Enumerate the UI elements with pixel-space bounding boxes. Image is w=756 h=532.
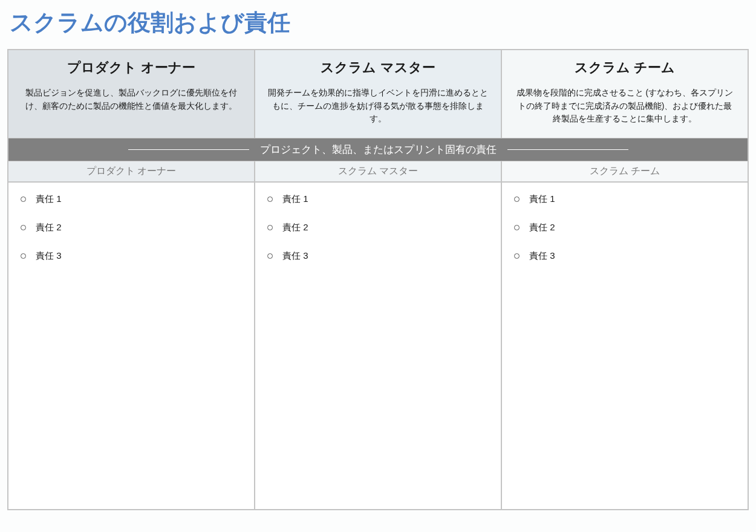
responsibilities-cell-scrum-team: 責任 1 責任 2 責任 3 — [501, 182, 748, 510]
list-item: 責任 3 — [21, 250, 242, 262]
responsibilities-list: 責任 1 責任 2 責任 3 — [267, 193, 489, 262]
responsibility-text: 責任 3 — [529, 250, 555, 262]
banner-line-right — [507, 149, 628, 150]
roles-table: プロダクト オーナー 製品ビジョンを促進し、製品バックログに優先順位を付け、顧客… — [7, 49, 749, 510]
bullet-icon — [267, 196, 273, 202]
list-item: 責任 2 — [514, 222, 735, 233]
responsibilities-banner: プロジェクト、製品、またはスプリント固有の責任 — [8, 138, 748, 161]
bullet-icon — [514, 225, 520, 230]
bullet-icon — [21, 196, 26, 202]
role-name-scrum-master: スクラム マスター — [267, 59, 489, 77]
role-name-scrum-team: スクラム チーム — [514, 59, 735, 77]
subheader-product-owner: プロダクト オーナー — [8, 161, 255, 182]
list-item: 責任 3 — [267, 250, 489, 262]
bullet-icon — [21, 253, 26, 259]
list-item: 責任 1 — [267, 193, 489, 205]
list-item: 責任 1 — [21, 193, 242, 205]
responsibilities-list: 責任 1 責任 2 責任 3 — [514, 193, 735, 262]
responsibilities-body-row: 責任 1 責任 2 責任 3 責任 1 責任 2 責任 3 責任 1 責任 2 … — [8, 182, 748, 510]
page-title: スクラムの役割および責任 — [10, 7, 749, 38]
roles-header-row: プロダクト オーナー 製品ビジョンを促進し、製品バックログに優先順位を付け、顧客… — [8, 50, 748, 138]
list-item: 責任 2 — [21, 222, 242, 233]
bullet-icon — [267, 253, 273, 259]
subheader-scrum-master: スクラム マスター — [255, 161, 501, 182]
responsibility-text: 責任 1 — [282, 193, 308, 205]
role-desc-product-owner: 製品ビジョンを促進し、製品バックログに優先順位を付け、顧客のために製品の機能性と… — [21, 86, 242, 112]
responsibility-text: 責任 2 — [36, 222, 62, 233]
role-desc-scrum-team: 成果物を段階的に完成させること (すなわち、各スプリントの終了時までに完成済みの… — [514, 86, 735, 126]
role-name-product-owner: プロダクト オーナー — [21, 59, 242, 77]
role-desc-scrum-master: 開発チームを効果的に指導しイベントを円滑に進めるとともに、チームの進捗を妨げ得る… — [267, 86, 489, 126]
responsibility-text: 責任 2 — [282, 222, 308, 233]
role-header-scrum-team: スクラム チーム 成果物を段階的に完成させること (すなわち、各スプリントの終了… — [501, 50, 748, 138]
responsibility-text: 責任 3 — [36, 250, 62, 262]
responsibilities-cell-product-owner: 責任 1 責任 2 責任 3 — [8, 182, 255, 510]
bullet-icon — [21, 225, 26, 230]
responsibility-text: 責任 3 — [282, 250, 308, 262]
bullet-icon — [267, 225, 273, 230]
role-header-product-owner: プロダクト オーナー 製品ビジョンを促進し、製品バックログに優先順位を付け、顧客… — [8, 50, 255, 138]
responsibility-text: 責任 1 — [36, 193, 62, 205]
banner-text: プロジェクト、製品、またはスプリント固有の責任 — [260, 143, 497, 157]
bullet-icon — [514, 196, 520, 202]
responsibilities-list: 責任 1 責任 2 責任 3 — [21, 193, 242, 262]
bullet-icon — [514, 253, 520, 259]
banner-line-left — [128, 149, 249, 150]
subheader-row: プロダクト オーナー スクラム マスター スクラム チーム — [8, 161, 748, 182]
list-item: 責任 1 — [514, 193, 735, 205]
list-item: 責任 3 — [514, 250, 735, 262]
responsibilities-cell-scrum-master: 責任 1 責任 2 責任 3 — [255, 182, 501, 510]
responsibility-text: 責任 2 — [529, 222, 555, 233]
responsibility-text: 責任 1 — [529, 193, 555, 205]
list-item: 責任 2 — [267, 222, 489, 233]
role-header-scrum-master: スクラム マスター 開発チームを効果的に指導しイベントを円滑に進めるとともに、チ… — [255, 50, 501, 138]
subheader-scrum-team: スクラム チーム — [501, 161, 748, 182]
